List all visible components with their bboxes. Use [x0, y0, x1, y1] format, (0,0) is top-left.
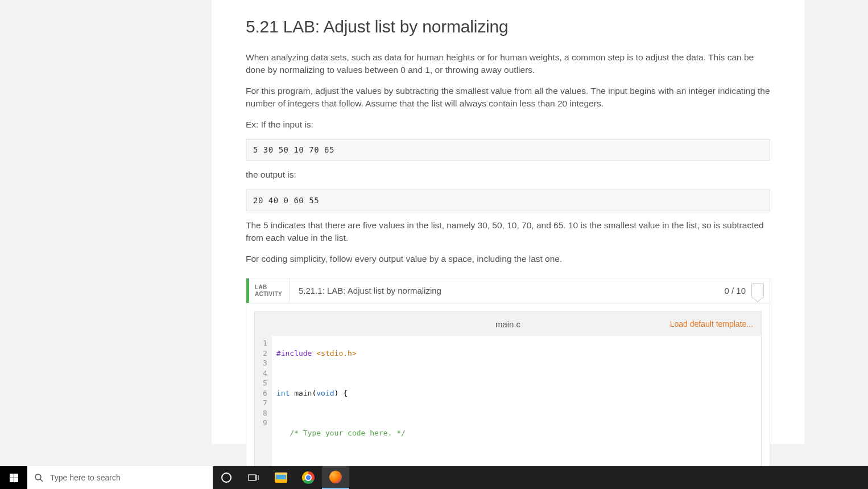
example-input-block: 5 30 50 10 70 65 [246, 139, 770, 161]
svg-point-0 [35, 474, 41, 480]
example-label: Ex: If the input is: [246, 118, 770, 131]
task-view-icon [248, 473, 259, 482]
search-placeholder: Type here to search [50, 473, 121, 482]
file-explorer-button[interactable] [267, 466, 295, 489]
lab-score: 0 / 10 [724, 278, 770, 303]
content-card: 5.21 LAB: Adjust list by normalizing Whe… [212, 0, 804, 444]
line-number: 9 [263, 418, 267, 428]
windows-logo-icon [10, 474, 18, 482]
code-editor[interactable]: main.c Load default template... 1 2 3 4 … [254, 311, 762, 489]
lab-header: LAB ACTIVITY 5.21.1: LAB: Adjust list by… [246, 278, 770, 303]
chrome-icon [302, 471, 315, 484]
score-badge-icon [751, 283, 764, 298]
line-number: 1 [263, 338, 267, 348]
editor-filename: main.c [495, 319, 520, 329]
line-number: 2 [263, 348, 267, 359]
line-number: 7 [263, 398, 267, 408]
svg-line-1 [40, 479, 43, 482]
lab-activity-panel: LAB ACTIVITY 5.21.1: LAB: Adjust list by… [246, 278, 770, 489]
cortana-icon [221, 472, 232, 483]
lab-score-text: 0 / 10 [724, 286, 746, 295]
cortana-button[interactable] [213, 466, 240, 489]
firefox-icon [329, 471, 342, 483]
line-number: 6 [263, 388, 267, 398]
line-number: 8 [263, 408, 267, 418]
lab-type-label: LAB ACTIVITY [249, 278, 290, 303]
chrome-button[interactable] [295, 466, 322, 489]
line-number: 5 [263, 378, 267, 388]
line-number: 4 [263, 368, 267, 379]
taskbar-search-box[interactable]: Type here to search [27, 466, 213, 489]
page-title: 5.21 LAB: Adjust list by normalizing [246, 17, 770, 36]
page-background: 5.21 LAB: Adjust list by normalizing Whe… [0, 0, 868, 444]
load-default-template-link[interactable]: Load default template... [670, 319, 753, 328]
svg-rect-2 [249, 475, 255, 480]
search-icon [34, 473, 43, 482]
file-explorer-icon [275, 472, 287, 483]
task-view-button[interactable] [240, 466, 267, 489]
example-output-block: 20 40 0 60 55 [246, 190, 770, 211]
lab-label-line2: ACTIVITY [255, 291, 282, 298]
paragraph-intro: When analyzing data sets, such as data f… [246, 51, 770, 77]
paragraph-instructions: For this program, adjust the values by s… [246, 85, 770, 110]
firefox-button[interactable] [322, 466, 349, 489]
lab-activity-title: 5.21.1: LAB: Adjust list by normalizing [290, 278, 725, 303]
windows-taskbar: Type here to search [0, 466, 868, 489]
lab-body: main.c Load default template... 1 2 3 4 … [246, 303, 770, 489]
taskbar-icon-tray [213, 466, 349, 489]
start-button[interactable] [0, 466, 27, 489]
paragraph-explanation: The 5 indicates that there are five valu… [246, 219, 770, 245]
editor-toolbar: main.c Load default template... [255, 312, 761, 336]
output-label: the output is: [246, 169, 770, 181]
lab-label-line1: LAB [255, 284, 282, 291]
line-number: 3 [263, 358, 267, 368]
paragraph-hint: For coding simplicity, follow every outp… [246, 253, 770, 265]
